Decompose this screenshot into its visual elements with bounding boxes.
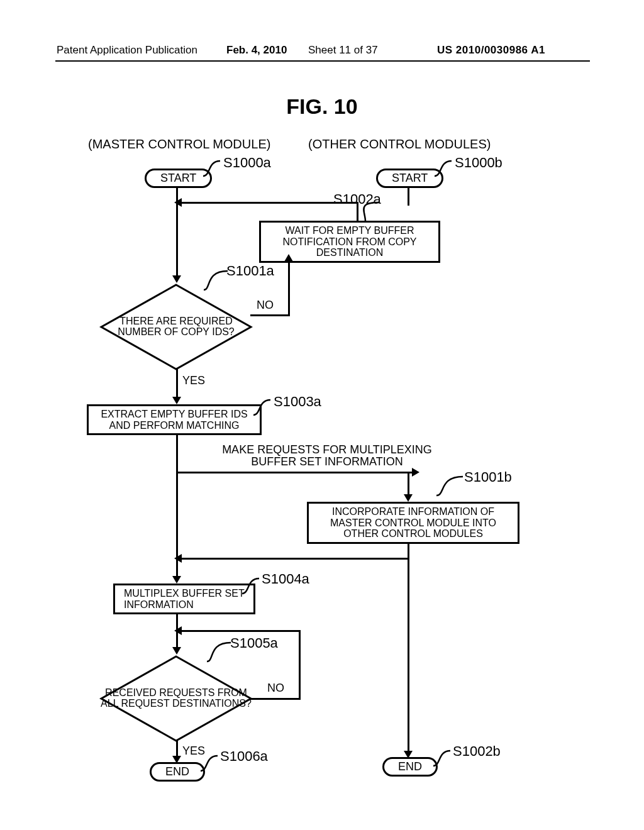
arrowhead-down xyxy=(172,275,181,283)
arrowhead-left xyxy=(174,626,182,635)
flow-line xyxy=(178,558,409,560)
label-mpx-request: MAKE REQUESTS FOR MULTIPLEXING BUFFER SE… xyxy=(201,444,453,468)
flow-line xyxy=(408,187,409,206)
label-s1001b: S1001b xyxy=(464,469,512,485)
flow-line xyxy=(176,368,178,399)
leader-s1000a xyxy=(201,157,226,180)
decision-s1001a-text: THERE ARE REQUIRED NUMBER OF COPY IDS? xyxy=(99,283,253,371)
arrowhead-down xyxy=(404,494,413,502)
flow-line xyxy=(408,542,409,560)
flow-line xyxy=(176,472,178,578)
flow-line xyxy=(250,698,301,700)
flow-line xyxy=(176,204,178,278)
terminal-end-a: END xyxy=(150,762,205,782)
col-header-right: (OTHER CONTROL MODULES) xyxy=(308,137,491,152)
arrowhead-left xyxy=(174,554,182,563)
leader-s1000b xyxy=(433,157,458,180)
flow-line xyxy=(176,434,178,472)
header-publication: Patent Application Publication xyxy=(57,44,197,57)
label-s1003a: S1003a xyxy=(274,394,321,410)
arrowhead-down xyxy=(172,576,181,584)
decision-s1001a: THERE ARE REQUIRED NUMBER OF COPY IDS? xyxy=(99,283,253,371)
col-header-left: (MASTER CONTROL MODULE) xyxy=(88,137,270,152)
header-sheet: Sheet 11 of 37 xyxy=(308,44,378,57)
figure-title: FIG. 10 xyxy=(0,94,644,119)
label-s1004a: S1004a xyxy=(262,571,309,587)
flow-line xyxy=(176,472,414,473)
flow-line xyxy=(176,202,358,204)
arrowhead-down xyxy=(172,397,181,404)
decision-s1005a-text: RECEIVED REQUESTS FROM ALL REQUEST DESTI… xyxy=(99,655,253,743)
flow-line xyxy=(408,558,409,753)
leader-s1005a xyxy=(204,639,233,664)
process-mpx-set: MULTIPLEX BUFFER SET INFORMATION xyxy=(113,584,255,614)
terminal-end-b: END xyxy=(382,757,438,777)
process-extract: EXTRACT EMPTY BUFFER IDS AND PERFORM MAT… xyxy=(87,404,262,435)
process-incorporate: INCORPORATE INFORMATION OF MASTER CONTRO… xyxy=(307,502,519,544)
leader-s1003a xyxy=(252,396,277,419)
flow-line xyxy=(408,472,409,497)
header-date: Feb. 4, 2010 xyxy=(226,44,287,57)
label-s1005a: S1005a xyxy=(230,635,278,651)
arrowhead-up xyxy=(284,254,293,262)
label-no-2: NO xyxy=(267,682,284,695)
header-pubno: US 2010/0030986 A1 xyxy=(437,44,545,57)
decision-s1005a: RECEIVED REQUESTS FROM ALL REQUEST DESTI… xyxy=(99,655,253,743)
label-no-1: NO xyxy=(257,299,274,312)
label-yes-1: YES xyxy=(182,374,205,387)
header-rule xyxy=(55,60,590,62)
label-s1002b: S1002b xyxy=(453,743,501,760)
arrowhead-left xyxy=(174,198,182,207)
arrowhead-right xyxy=(412,468,419,477)
label-s1006a: S1006a xyxy=(220,748,268,765)
flow-line xyxy=(250,314,290,316)
flow-line xyxy=(288,258,290,316)
flow-line xyxy=(299,630,301,700)
label-s1000b: S1000b xyxy=(455,155,502,171)
leader-s1001b xyxy=(434,473,465,499)
label-s1001a: S1001a xyxy=(226,263,274,279)
flow-line xyxy=(357,202,358,221)
label-s1000a: S1000a xyxy=(223,155,271,171)
arrowhead-down xyxy=(172,647,181,655)
flow-line xyxy=(176,630,301,632)
